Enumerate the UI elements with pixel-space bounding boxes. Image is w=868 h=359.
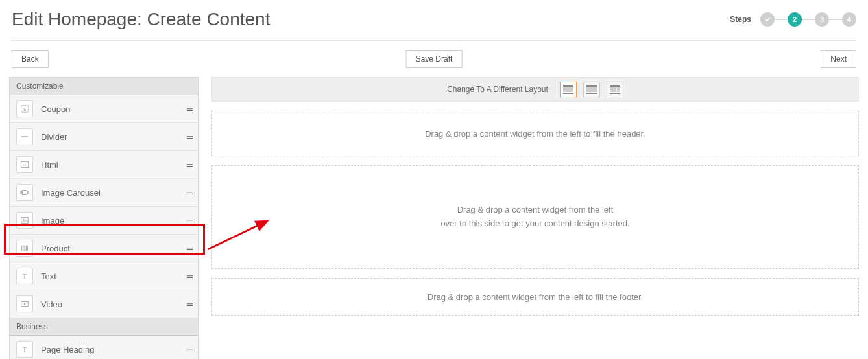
step-2[interactable]: 2	[788, 12, 802, 27]
drop-zone-footer-text: Drag & drop a content widget from the le…	[428, 292, 643, 302]
svg-rect-30	[610, 93, 620, 94]
widget-page-heading[interactable]: T Page Heading ═	[10, 336, 198, 359]
widget-label: Video	[33, 299, 187, 309]
svg-rect-26	[586, 93, 597, 94]
step-3[interactable]: 3	[815, 12, 829, 27]
steps-indicator: Steps 2 3 4	[730, 12, 856, 27]
drop-zone-header[interactable]: Drag & drop a content widget from the le…	[211, 111, 859, 156]
widget-label: Html	[33, 160, 187, 170]
step-1[interactable]	[760, 12, 775, 27]
widget-label: Product	[33, 244, 187, 253]
layout-option-full[interactable]	[560, 82, 577, 97]
page-title: Edit Homepage: Create Content	[12, 9, 270, 30]
divider-icon	[16, 128, 33, 145]
widget-image[interactable]: Image ═	[10, 207, 198, 235]
drag-handle-icon: ═	[187, 244, 191, 253]
layout-option-sidebar-right[interactable]	[607, 82, 623, 97]
image-icon	[16, 212, 33, 229]
svg-rect-25	[590, 87, 597, 92]
widget-video[interactable]: Video ═	[10, 290, 198, 318]
widget-image-carousel[interactable]: Image Carousel ═	[10, 179, 198, 207]
widget-label: Page Heading	[33, 345, 187, 354]
video-icon	[16, 295, 33, 312]
widget-label: Text	[33, 272, 187, 281]
drop-zone-footer[interactable]: Drag & drop a content widget from the le…	[211, 278, 859, 316]
widget-product[interactable]: Product ═	[10, 235, 198, 262]
drag-handle-icon: ═	[187, 188, 191, 198]
drop-zone-main-text-1: Drag & drop a content widget from the le…	[440, 203, 629, 217]
layout-switcher-bar: Change To A Different Layout	[211, 77, 859, 102]
step-4[interactable]: 4	[842, 12, 856, 27]
svg-rect-28	[610, 87, 616, 92]
drag-handle-icon: ═	[187, 345, 191, 354]
widget-label: Image Carousel	[33, 188, 187, 198]
drag-handle-icon: ═	[187, 104, 191, 114]
carousel-icon	[16, 184, 33, 201]
layout-option-sidebar-left[interactable]	[583, 82, 600, 97]
svg-rect-22	[563, 93, 573, 94]
drag-handle-icon: ═	[187, 216, 191, 226]
drop-zone-main[interactable]: Drag & drop a content widget from the le…	[211, 165, 859, 269]
coupon-icon: $	[16, 100, 33, 117]
widget-label: Coupon	[33, 104, 187, 114]
widget-text[interactable]: T Text ═	[10, 262, 198, 290]
html-icon: </>	[16, 156, 33, 173]
widget-sidebar: Customizable $ Coupon ═ Divider ═ </> Ht…	[9, 77, 199, 359]
next-button[interactable]: Next	[821, 50, 856, 68]
back-button[interactable]: Back	[12, 50, 49, 68]
svg-rect-29	[617, 87, 620, 92]
svg-text:T: T	[23, 273, 27, 280]
save-draft-button[interactable]: Save Draft	[406, 50, 463, 68]
text-icon: T	[16, 268, 33, 284]
svg-text:$: $	[23, 107, 26, 111]
svg-text:</>: </>	[23, 163, 27, 167]
svg-rect-5	[23, 191, 27, 195]
product-icon	[16, 240, 33, 257]
svg-rect-20	[563, 85, 573, 87]
svg-rect-24	[586, 87, 590, 92]
sidebar-section-customizable: Customizable	[10, 78, 198, 95]
svg-rect-7	[27, 191, 29, 194]
drag-handle-icon: ═	[187, 299, 191, 309]
svg-point-9	[23, 219, 24, 220]
widget-html[interactable]: </> Html ═	[10, 151, 198, 179]
steps-label: Steps	[730, 15, 751, 24]
sidebar-section-business: Business	[10, 318, 198, 336]
svg-text:T: T	[23, 346, 27, 353]
drop-zone-header-text: Drag & drop a content widget from the le…	[425, 129, 645, 139]
widget-coupon[interactable]: $ Coupon ═	[10, 95, 198, 123]
drag-handle-icon: ═	[187, 160, 191, 170]
layout-switcher-label: Change To A Different Layout	[447, 85, 548, 94]
page-heading-icon: T	[16, 341, 33, 358]
widget-label: Divider	[33, 132, 187, 142]
drop-zone-main-text-2: over to this side to get your content de…	[440, 217, 629, 231]
widget-label: Image	[33, 216, 187, 226]
widget-divider[interactable]: Divider ═	[10, 123, 198, 151]
svg-rect-6	[21, 191, 22, 194]
drag-handle-icon: ═	[187, 132, 191, 142]
svg-rect-27	[610, 85, 620, 87]
drag-handle-icon: ═	[187, 272, 191, 281]
svg-rect-21	[563, 87, 573, 92]
svg-rect-23	[586, 85, 597, 87]
